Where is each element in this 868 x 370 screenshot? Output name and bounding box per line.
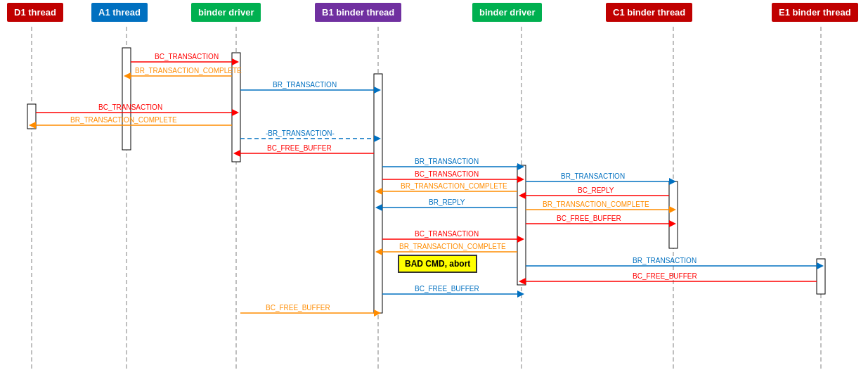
svg-rect-9 — [374, 74, 382, 313]
svg-marker-27 — [29, 122, 36, 129]
svg-text:BC_TRANSACTION: BC_TRANSACTION — [415, 230, 479, 238]
svg-marker-24 — [232, 109, 239, 116]
svg-marker-33 — [233, 150, 240, 157]
svg-marker-21 — [374, 87, 381, 94]
svg-marker-75 — [517, 291, 524, 298]
actor-a1: A1 thread — [91, 3, 148, 22]
svg-marker-42 — [375, 188, 382, 195]
actor-c1: C1 binder thread — [606, 3, 692, 22]
svg-marker-15 — [232, 58, 239, 65]
svg-text:BR_TRANSACTION_COMPLETE: BR_TRANSACTION_COMPLETE — [401, 182, 507, 190]
svg-rect-7 — [122, 48, 131, 150]
actor-d1: D1 thread — [7, 3, 63, 22]
svg-text:BR_TRANSACTION_COMPLETE: BR_TRANSACTION_COMPLETE — [135, 67, 242, 75]
svg-rect-8 — [232, 53, 240, 162]
svg-rect-13 — [817, 259, 825, 294]
svg-text:BC_REPLY: BC_REPLY — [578, 186, 614, 194]
svg-text:BR_TRANSACTION_COMPLETE: BR_TRANSACTION_COMPLETE — [543, 200, 649, 208]
svg-text:BR_TRANSACTION_COMPLETE: BR_TRANSACTION_COMPLETE — [399, 243, 506, 250]
bad-cmd-box: BAD CMD, abort — [398, 255, 477, 273]
svg-rect-10 — [27, 104, 36, 129]
svg-marker-48 — [519, 192, 526, 199]
svg-marker-39 — [517, 176, 524, 183]
svg-text:BC_TRANSACTION: BC_TRANSACTION — [155, 53, 219, 60]
actor-binder2: binder driver — [472, 3, 542, 22]
svg-rect-11 — [517, 165, 526, 285]
svg-marker-18 — [124, 72, 131, 79]
svg-text:BC_FREE_BUFFER: BC_FREE_BUFFER — [266, 304, 330, 312]
svg-text:-BR_TRANSACTION-: -BR_TRANSACTION- — [266, 129, 335, 137]
bad-cmd-label: BAD CMD, abort — [405, 259, 470, 269]
svg-text:BC_FREE_BUFFER: BC_FREE_BUFFER — [415, 285, 479, 293]
svg-marker-51 — [669, 206, 676, 213]
svg-marker-54 — [669, 220, 676, 227]
actor-e1: E1 binder thread — [772, 3, 858, 22]
sequence-diagram: D1 thread A1 thread binder driver B1 bin… — [0, 0, 868, 370]
actor-b1: B1 binder thread — [315, 3, 401, 22]
svg-marker-45 — [669, 178, 676, 185]
svg-text:BC_FREE_BUFFER: BC_FREE_BUFFER — [267, 144, 332, 152]
svg-text:BR_TRANSACTION: BR_TRANSACTION — [561, 172, 625, 180]
svg-marker-63 — [375, 248, 382, 255]
svg-text:BR_TRANSACTION: BR_TRANSACTION — [415, 158, 479, 165]
actor-binder1: binder driver — [191, 3, 261, 22]
svg-marker-36 — [517, 163, 524, 170]
svg-marker-72 — [374, 310, 381, 317]
svg-text:BC_FREE_BUFFER: BC_FREE_BUFFER — [633, 272, 697, 280]
svg-text:BR_TRANSACTION: BR_TRANSACTION — [633, 257, 697, 264]
svg-text:BR_TRANSACTION_COMPLETE: BR_TRANSACTION_COMPLETE — [70, 116, 177, 124]
arrows-svg: BC_TRANSACTION BR_TRANSACTION_COMPLETE B… — [0, 0, 868, 370]
svg-marker-69 — [519, 278, 526, 285]
svg-text:BR_TRANSACTION: BR_TRANSACTION — [273, 81, 337, 89]
svg-text:BC_TRANSACTION: BC_TRANSACTION — [98, 103, 162, 111]
svg-marker-57 — [375, 204, 382, 211]
svg-marker-30 — [374, 135, 381, 142]
svg-text:BR_REPLY: BR_REPLY — [429, 198, 465, 206]
svg-marker-66 — [817, 262, 824, 269]
svg-text:BC_TRANSACTION: BC_TRANSACTION — [415, 170, 479, 178]
svg-marker-60 — [517, 236, 524, 243]
svg-text:BC_FREE_BUFFER: BC_FREE_BUFFER — [557, 215, 621, 222]
svg-rect-12 — [669, 181, 678, 248]
